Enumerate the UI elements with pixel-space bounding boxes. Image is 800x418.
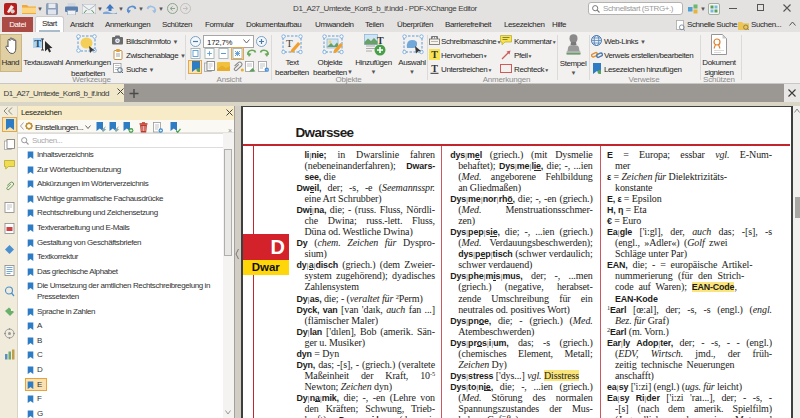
svg-text:T: T bbox=[377, 35, 384, 46]
svg-text:T: T bbox=[286, 37, 293, 49]
svg-text:T: T bbox=[431, 49, 438, 60]
svg-text:T: T bbox=[34, 38, 41, 49]
svg-text:T: T bbox=[431, 63, 438, 74]
